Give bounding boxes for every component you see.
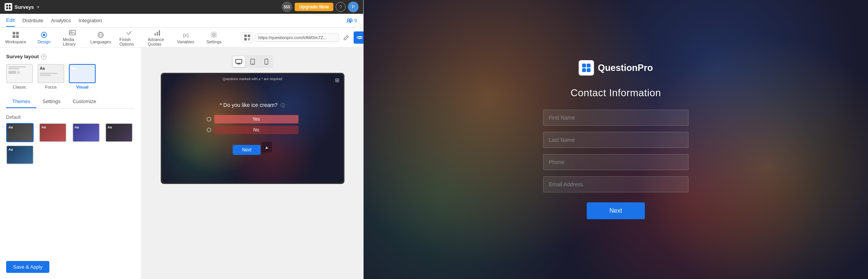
qr-button[interactable] [242,32,253,43]
svg-rect-9 [16,35,19,38]
main-content: Survey layout ? Classic Aa [0,48,363,279]
theme-option-2[interactable]: Aa [39,123,67,142]
layout-thumb-classic [6,64,33,83]
layout-options: Classic Aa Focus Aa Visual [6,64,135,89]
layout-option-visual[interactable]: Aa Visual [69,64,96,89]
svg-rect-29 [249,39,250,40]
themes-grid: Aa Aa Aa Aa Aa [6,123,135,164]
layout-help-icon[interactable]: ? [41,54,46,59]
preview-area: Questions marked with a * are required ⊞… [142,48,363,279]
nav-right: 0 [347,18,357,23]
toolbar-variables[interactable]: {x} Variables [176,31,195,44]
upgrade-button[interactable]: Upgrade Now [295,3,333,11]
contact-form-title: Contact Information [571,87,661,99]
toolbar-quotas[interactable]: Advance Quotas [148,29,167,46]
preview-required-note: Questions marked with a * are required [162,77,343,81]
svg-rect-37 [587,64,591,67]
tab-customize[interactable]: Customize [67,95,102,108]
nav-item-distribute[interactable]: Distribute [22,15,43,26]
tab-themes[interactable]: Themes [6,95,36,108]
theme-option-5[interactable]: Aa [6,145,34,164]
layout-classic-label: Classic [13,85,26,89]
app-logo: Surveys ▾ [5,3,39,11]
svg-point-19 [213,34,215,36]
svg-rect-2 [6,7,8,9]
theme-option-4[interactable]: Aa [105,123,133,142]
svg-rect-15 [155,33,156,36]
svg-point-30 [359,36,361,38]
layout-thumb-focus: Aa [38,64,64,83]
preview-next-label: Next [242,147,251,153]
preview-option-no[interactable]: No [207,126,299,134]
svg-rect-26 [248,38,249,39]
svg-point-35 [266,63,267,64]
right-panel-content: QuestionPro Contact Information Next [364,60,868,219]
svg-rect-38 [582,68,586,72]
user-count: 0 [347,18,357,23]
theme-option-3[interactable]: Aa [72,123,100,142]
toolbar-media[interactable]: Media Library [63,29,82,46]
next-button[interactable]: Next [587,202,645,219]
dropdown-arrow-icon[interactable]: ▾ [37,5,39,9]
layout-option-classic[interactable]: Classic [6,64,33,89]
save-apply-button[interactable]: Save & Apply [6,261,49,273]
layout-focus-label: Focus [45,85,57,89]
svg-rect-6 [13,32,15,34]
layout-thumb-visual: Aa [69,64,96,83]
toolbar-design[interactable]: Design [34,31,54,44]
email-input[interactable] [543,176,689,192]
option-no-label: No [214,126,299,134]
edit-url-icon[interactable] [341,33,351,43]
svg-rect-17 [159,30,160,36]
toolbar-languages-label: Languages [90,39,111,44]
svg-rect-31 [236,59,242,63]
theme-option-1[interactable]: Aa [6,123,34,142]
survey-url-input[interactable] [255,33,339,42]
last-name-input[interactable] [543,132,689,148]
svg-rect-12 [69,30,75,35]
toolbar-media-label: Media Library [63,37,82,46]
chevron-up-icon: ▲ [265,145,269,149]
svg-point-4 [348,19,350,21]
layout-visual-label: Visual [76,85,88,89]
svg-rect-16 [157,32,158,36]
profile-avatar[interactable]: P [348,2,359,12]
save-section: Save & Apply [6,255,135,273]
themes-default-label: Default [6,115,135,120]
svg-rect-25 [245,39,246,40]
preview-next-button[interactable]: Next [233,145,261,155]
toolbar-workspace[interactable]: Workspace [6,31,25,44]
app-title: Surveys [15,4,34,10]
svg-rect-36 [582,64,586,67]
tab-settings[interactable]: Settings [36,95,67,108]
device-desktop-button[interactable] [233,56,245,67]
nav-item-edit[interactable]: Edit [6,14,15,27]
toolbar-quotas-label: Advance Quotas [148,37,167,46]
svg-point-11 [43,34,45,36]
layout-option-focus[interactable]: Aa Focus [38,64,64,89]
device-tablet-button[interactable] [246,56,259,67]
preview-option-yes[interactable]: Yes [207,115,299,123]
phone-input[interactable] [543,154,689,170]
option-yes-label: Yes [214,115,299,123]
svg-rect-27 [249,38,250,39]
nav-item-integration[interactable]: Integration [78,15,102,26]
toolbar: Workspace Design Media Library Languages… [0,28,363,48]
top-bar: Surveys ▾ 555 Upgrade Now ? P [0,0,363,14]
toolbar-settings[interactable]: Settings [204,31,224,44]
qpro-logo-text: QuestionPro [598,62,653,73]
help-button[interactable]: ? [336,2,346,12]
sidebar: Survey layout ? Classic Aa [0,48,142,279]
toolbar-finish[interactable]: Finish Options [119,29,139,46]
preview-expand-icon[interactable]: ⊞ [335,77,339,83]
first-name-input[interactable] [543,110,689,126]
group-avatar: 555 [282,2,292,12]
toolbar-languages[interactable]: Languages [91,31,110,44]
top-bar-actions: 555 Upgrade Now ? P [282,2,359,12]
svg-rect-0 [6,5,8,7]
preview-collapse-button[interactable]: ▲ [261,142,272,153]
device-mobile-button[interactable] [260,56,272,67]
nav-item-analytics[interactable]: Analytics [51,15,71,26]
svg-rect-3 [9,7,11,9]
svg-rect-7 [16,32,19,34]
